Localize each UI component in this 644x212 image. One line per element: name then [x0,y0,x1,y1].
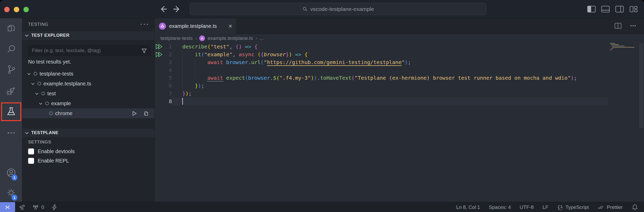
code-text: }); [182,82,204,90]
filter-funnel-icon[interactable] [141,48,147,54]
code-line-6[interactable]: 6 }); [155,82,644,90]
code-text: await browser.url("https://github.com/ge… [182,58,411,66]
tab-example-testplane-ts[interactable]: example.testplane.ts × [155,18,237,34]
line-number: 4 [155,66,172,74]
line-number: 2 [155,51,172,58]
telescope-icon[interactable] [19,204,25,211]
tree-item-testplane-tests[interactable]: testplane-tests [22,69,155,79]
cursor-position-status[interactable]: Ln 8, Col 1 [456,204,480,210]
enable-repl-label: Enable REPL [38,158,69,164]
notifications-bell-icon[interactable] [632,204,638,211]
command-center-search[interactable]: vscode-testplane-example [190,3,486,15]
run-debug-view-button[interactable] [0,82,22,99]
double-check-icon [598,204,604,211]
enable-repl-checkbox[interactable] [28,158,34,164]
customize-layout-icon[interactable] [629,5,638,14]
code-line-1[interactable]: 1describe("test", () => { [155,43,644,51]
activity-bar: 1 1 [0,18,22,202]
breadcrumb-file[interactable]: example.testplane.ts [208,35,253,41]
enable-devtools-checkbox[interactable] [28,148,34,154]
explorer-view-button[interactable] [0,20,22,37]
indentation-status[interactable]: Spaces: 4 [489,204,511,210]
line-number: 1 [155,43,172,51]
code-text: }); [182,90,192,97]
close-window-button[interactable] [4,7,10,12]
breadcrumb-folder[interactable]: testplane-tests [160,35,193,41]
settings-button[interactable]: 1 [0,184,22,201]
code-line-4[interactable]: 4 [155,66,644,74]
language-status[interactable]: {} TypeScript [557,204,589,210]
tree-item-label: testplane-tests [40,71,73,77]
test-state-circle-icon [33,72,37,76]
test-filter-input[interactable]: Filter (e.g. text, !exclude, @tag) [28,45,151,56]
tree-item-test[interactable]: test [22,89,155,98]
tree-item-example.testplane.ts[interactable]: example.testplane.ts [22,79,155,89]
remote-indicator-button[interactable] [0,202,15,212]
chevron-down-icon [24,130,29,135]
navigate-back-button[interactable] [158,4,168,14]
toggle-primary-sidebar-icon[interactable] [587,5,596,14]
testplane-section-header[interactable]: TESTPLANE [22,128,154,137]
code-line-2[interactable]: 2 it("example", async ({browser}) => { [155,51,644,58]
code-line-7[interactable]: 7}); [155,90,644,97]
tree-item-example[interactable]: example [22,98,155,108]
formatter-status[interactable]: Prettier [598,204,623,211]
code-line-5[interactable]: 5 await expect(browser.$(".f4.my-3")).to… [155,74,644,82]
line-number: 7 [155,90,172,97]
code-line-3[interactable]: 3 await browser.url("https://github.com/… [155,58,644,66]
search-view-button[interactable] [0,40,22,58]
chevron-down-icon [38,101,43,106]
minimize-window-button[interactable] [14,7,19,12]
braces-icon: {} [557,204,563,210]
chevron-down-icon [24,33,29,38]
zoom-window-button[interactable] [23,7,29,12]
breadcrumb: testplane-tests › example.testplane.ts ›… [160,34,264,43]
test-state-circle-icon [37,82,41,86]
tree-item-label: example [51,101,71,107]
source-control-view-button[interactable] [0,61,22,78]
line-number: 3 [155,58,172,66]
tab-bar: example.testplane.ts × [155,18,644,34]
ports-status[interactable]: 0 [32,204,44,211]
encoding-status[interactable]: UTF-8 [520,204,534,210]
additional-views-button[interactable] [0,124,22,141]
editor-group: example.testplane.ts × testplane-tests ›… [155,18,644,202]
enable-devtools-label: Enable devtools [38,148,75,154]
test-state-circle-icon [49,111,53,115]
split-editor-icon[interactable] [614,22,622,30]
chevron-down-icon [31,82,35,86]
tree-item-chrome[interactable]: chrome [22,108,155,118]
eol-status[interactable]: LF [543,204,548,210]
title-bar: vscode-testplane-example [0,0,644,18]
close-tab-icon[interactable]: × [228,23,232,29]
test-state-circle-icon [41,91,45,96]
language-label: TypeScript [565,204,589,210]
test-explorer-title: TEST EXPLORER [31,33,69,38]
zap-icon[interactable] [51,204,58,211]
editor-more-actions-icon[interactable] [629,22,637,30]
toggle-secondary-sidebar-icon[interactable] [615,5,624,14]
go-to-test-icon[interactable] [143,110,149,116]
navigate-forward-button[interactable] [172,4,182,14]
test-explorer-section-header[interactable]: TEST EXPLORER [22,31,154,40]
chevron-right-icon: › [256,36,257,41]
accounts-button[interactable]: 1 [0,164,22,181]
enable-devtools-row: Enable devtools [28,147,132,156]
code-line-8[interactable]: 8 [155,97,644,105]
indent-guide [195,66,195,74]
run-test-icon[interactable] [131,110,137,116]
chevron-down-icon [27,72,31,76]
ports-count: 0 [41,204,44,210]
indent-guide [61,108,61,118]
toggle-panel-icon[interactable] [601,5,610,14]
code-text: it("example", async ({browser}) => { [182,51,308,58]
breadcrumb-symbol[interactable]: ... [260,35,264,41]
indent-guide [182,66,183,74]
tree-item-label: example.testplane.ts [43,81,91,87]
editor-scrollbar[interactable] [639,43,643,128]
line-number: 6 [155,82,172,90]
sidebar-more-actions-button[interactable]: ··· [140,19,149,28]
testplane-file-icon [199,35,205,41]
no-test-results-message: No test results yet. [28,59,71,65]
minimap[interactable] [610,43,639,51]
